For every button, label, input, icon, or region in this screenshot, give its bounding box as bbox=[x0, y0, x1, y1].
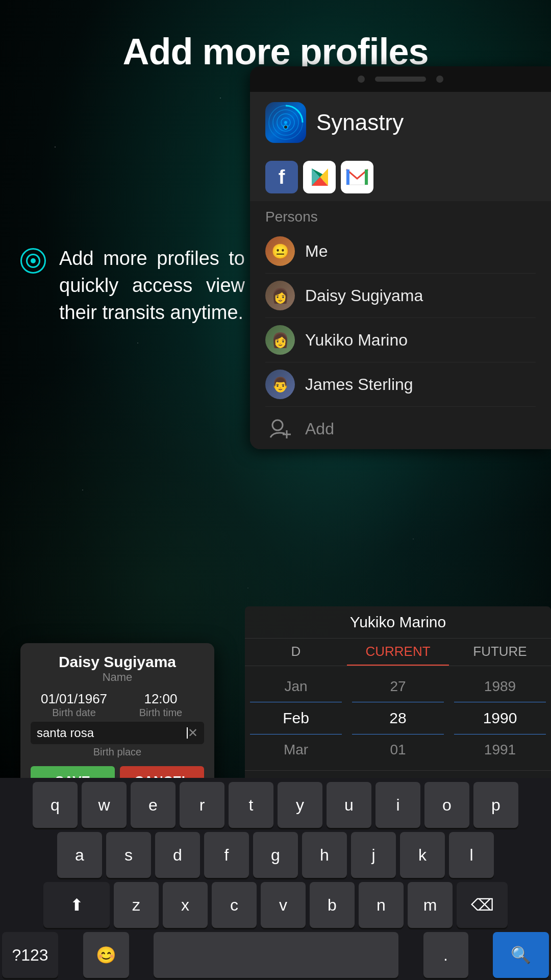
key-emoji[interactable]: 😊 bbox=[83, 932, 129, 978]
svg-point-5 bbox=[284, 125, 288, 129]
key-r[interactable]: r bbox=[180, 782, 224, 828]
keyboard-row-1: q w e r t y u i o p bbox=[2, 782, 549, 828]
key-search[interactable]: 🔍 bbox=[493, 932, 549, 978]
key-l[interactable]: l bbox=[449, 832, 494, 878]
key-z[interactable]: z bbox=[114, 882, 159, 928]
phone-speaker bbox=[375, 77, 426, 82]
picker-day-1[interactable]: 28 bbox=[352, 702, 444, 734]
key-t[interactable]: t bbox=[229, 782, 273, 828]
picker-tab-d[interactable]: D bbox=[245, 639, 347, 666]
feature-description: Add more profiles to quickly access view… bbox=[59, 245, 245, 327]
picker-tab-future[interactable]: FUTURE bbox=[449, 639, 551, 666]
dialog-birth-date-label: Birth date bbox=[31, 707, 117, 719]
key-f[interactable]: f bbox=[204, 832, 249, 878]
keyboard[interactable]: q w e r t y u i o p a s d f g h j k l ⬆ … bbox=[0, 778, 551, 980]
picker-content: Jan Feb Mar 27 28 01 1989 1990 1991 bbox=[245, 666, 551, 770]
key-b[interactable]: b bbox=[310, 882, 355, 928]
keyboard-row-2: a s d f g h j k l bbox=[2, 832, 549, 878]
key-e[interactable]: e bbox=[131, 782, 176, 828]
phone-top-bar bbox=[250, 66, 551, 92]
app-icon[interactable] bbox=[265, 102, 306, 143]
facebook-icon[interactable]: f bbox=[265, 161, 298, 193]
key-period[interactable]: . bbox=[423, 932, 468, 978]
person-name-daisy: Daisy Sugiyama bbox=[305, 286, 423, 305]
person-name-james: James Sterling bbox=[305, 375, 413, 394]
page-title: Add more profiles bbox=[0, 0, 551, 72]
key-w[interactable]: w bbox=[82, 782, 127, 828]
key-m[interactable]: m bbox=[408, 882, 453, 928]
person-name-me: Me bbox=[305, 242, 328, 261]
persons-label: Persons bbox=[265, 209, 536, 225]
svg-point-12 bbox=[272, 420, 283, 430]
feature-area: Add more profiles to quickly access view… bbox=[20, 245, 245, 327]
picker-day-2[interactable]: 01 bbox=[352, 734, 444, 765]
dialog-birth-time: 12:00 bbox=[117, 691, 204, 707]
key-numbers[interactable]: ?123 bbox=[2, 932, 58, 978]
app-header: Synastry bbox=[250, 92, 551, 153]
keyboard-row-3: ⬆ z x c v b n m ⌫ bbox=[2, 882, 549, 928]
app-name: Synastry bbox=[316, 110, 404, 135]
phone-camera bbox=[358, 76, 365, 83]
key-j[interactable]: j bbox=[351, 832, 396, 878]
avatar-james: 👨 bbox=[265, 370, 295, 399]
phone-camera-2 bbox=[436, 76, 443, 83]
key-c[interactable]: c bbox=[212, 882, 257, 928]
person-item-daisy[interactable]: 👩 Daisy Sugiyama bbox=[265, 274, 536, 318]
person-item-me[interactable]: 😐 Me bbox=[265, 229, 536, 274]
date-picker-overlay[interactable]: Yukiko Marino D CURRENT FUTURE Jan Feb M… bbox=[245, 606, 551, 806]
key-shift[interactable]: ⬆ bbox=[43, 882, 110, 928]
avatar-yukiko: 👩 bbox=[265, 325, 295, 355]
avatar-me: 😐 bbox=[265, 236, 295, 266]
playstore-icon[interactable] bbox=[303, 161, 336, 193]
key-p[interactable]: p bbox=[473, 782, 518, 828]
picker-tabs: D CURRENT FUTURE bbox=[245, 639, 551, 666]
picker-month-1[interactable]: Feb bbox=[250, 702, 342, 734]
picker-day-col: 27 28 01 bbox=[352, 671, 444, 765]
picker-month-0[interactable]: Jan bbox=[250, 671, 342, 702]
key-i[interactable]: i bbox=[375, 782, 420, 828]
key-g[interactable]: g bbox=[253, 832, 298, 878]
dialog-birth-date: 01/01/1967 bbox=[31, 691, 117, 707]
key-y[interactable]: y bbox=[278, 782, 322, 828]
app-icons-row: f bbox=[250, 153, 551, 201]
key-v[interactable]: v bbox=[261, 882, 306, 928]
picker-profile-name: Yukiko Marino bbox=[245, 606, 551, 639]
key-h[interactable]: h bbox=[302, 832, 347, 878]
picker-tab-current[interactable]: CURRENT bbox=[347, 639, 449, 666]
picker-day-0[interactable]: 27 bbox=[352, 671, 444, 702]
key-d[interactable]: d bbox=[155, 832, 200, 878]
key-n[interactable]: n bbox=[359, 882, 404, 928]
dialog-birth-date-field[interactable]: 01/01/1967 Birth date bbox=[31, 691, 117, 719]
gmail-icon[interactable] bbox=[341, 161, 373, 193]
key-q[interactable]: q bbox=[33, 782, 78, 828]
key-space[interactable] bbox=[154, 932, 398, 978]
person-item-yukiko[interactable]: 👩 Yukiko Marino bbox=[265, 318, 536, 362]
key-k[interactable]: k bbox=[400, 832, 445, 878]
persons-section: Persons 😐 Me 👩 Daisy Sugiyama 👩 bbox=[250, 201, 551, 449]
dialog-birth-time-label: Birth time bbox=[117, 707, 204, 719]
picker-year-1[interactable]: 1990 bbox=[454, 702, 546, 734]
key-s[interactable]: s bbox=[106, 832, 151, 878]
key-o[interactable]: o bbox=[424, 782, 469, 828]
picker-year-0[interactable]: 1989 bbox=[454, 671, 546, 702]
key-a[interactable]: a bbox=[57, 832, 102, 878]
person-name-yukiko: Yukiko Marino bbox=[305, 331, 408, 350]
picker-month-2[interactable]: Mar bbox=[250, 734, 342, 765]
dialog-name-label: Name bbox=[31, 671, 204, 684]
key-u[interactable]: u bbox=[327, 782, 371, 828]
clear-input-button[interactable]: ✕ bbox=[188, 726, 198, 740]
dialog-birth-time-field[interactable]: 12:00 Birth time bbox=[117, 691, 204, 719]
key-x[interactable]: x bbox=[163, 882, 208, 928]
picker-year-2[interactable]: 1991 bbox=[454, 734, 546, 765]
birth-place-label: Birth place bbox=[31, 746, 204, 758]
avatar-daisy: 👩 bbox=[265, 281, 295, 310]
key-backspace[interactable]: ⌫ bbox=[457, 882, 508, 928]
person-item-james[interactable]: 👨 James Sterling bbox=[265, 362, 536, 407]
svg-rect-10 bbox=[346, 169, 349, 185]
add-person-item[interactable]: Add bbox=[265, 407, 536, 449]
keyboard-row-4: ?123 😊 . 🔍 bbox=[2, 932, 549, 978]
add-label: Add bbox=[305, 420, 334, 438]
add-person-icon bbox=[265, 414, 295, 444]
birth-place-input[interactable]: santa rosa bbox=[37, 726, 186, 740]
phone-screen: Synastry f bbox=[250, 92, 551, 449]
